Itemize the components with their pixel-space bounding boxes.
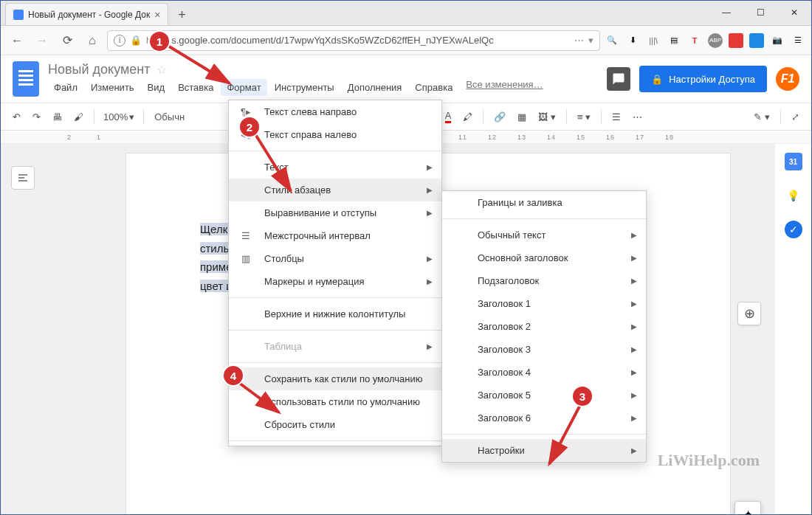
menu-use-default-styles[interactable]: Использовать стили по умолчанию (229, 390, 441, 413)
menu-rtl[interactable]: ◂¶Текст справа налево (229, 123, 441, 146)
submenu-subtitle[interactable]: Подзаголовок▶ (442, 269, 646, 292)
tab-title: Новый документ - Google Док (28, 10, 150, 20)
minimize-button[interactable]: — (709, 0, 743, 25)
add-comment-button[interactable]: ▦ (513, 108, 531, 125)
docs-header: Новый документ ☆ Файл Изменить Вид Встав… (1, 55, 811, 103)
paint-format-button[interactable]: 🖌 (69, 108, 88, 125)
align-button[interactable]: ≡ ▾ (573, 108, 595, 125)
menu-edit[interactable]: Изменить (85, 79, 140, 96)
url-text: s.google.com/document/d/17wpwYqXdsSKo5WZ… (171, 35, 493, 46)
highlight-button[interactable]: 🖍 (458, 108, 477, 125)
link-button[interactable]: 🔗 (489, 108, 510, 125)
menu-headers-footers[interactable]: Верхние и нижние колонтитулы (229, 303, 441, 325)
menu-bullets[interactable]: Маркеры и нумерация▶ (229, 270, 441, 293)
window-controls: — ☐ ✕ (709, 0, 811, 25)
add-comment-floating-button[interactable]: ⊕ (737, 302, 761, 325)
print-button[interactable]: 🖶 (48, 108, 66, 125)
comments-button[interactable] (607, 67, 630, 91)
menu-columns[interactable]: ▥Столбцы▶ (229, 247, 441, 270)
submenu-settings[interactable]: Настройки▶ (442, 439, 646, 462)
submenu-borders[interactable]: Границы и заливка (442, 191, 646, 214)
menu-ltr[interactable]: ¶▸Текст слева направо (229, 100, 441, 123)
ext-blue-icon[interactable] (749, 33, 764, 48)
text-color-button[interactable]: A (441, 107, 456, 126)
close-icon[interactable]: × (154, 9, 160, 21)
right-sidebar: 31 💡 ✓ (774, 144, 811, 515)
zoom-select[interactable]: 100% ▾ (100, 110, 137, 124)
lock-icon: 🔒 (130, 35, 142, 46)
annotation-badge-1: 1 (150, 32, 169, 51)
menu-addons[interactable]: Дополнения (342, 79, 408, 96)
docs-logo-icon[interactable] (13, 61, 39, 97)
browser-tab[interactable]: Новый документ - Google Док × (5, 3, 168, 25)
line-spacing-button[interactable]: ☰ (608, 108, 625, 125)
menu-insert[interactable]: Вставка (172, 79, 219, 96)
menu-text[interactable]: Текст▶ (229, 156, 441, 179)
menu-file[interactable]: Файл (48, 79, 83, 96)
tasks-icon[interactable]: ✓ (785, 221, 802, 238)
close-window-button[interactable]: ✕ (777, 0, 811, 25)
menu-view[interactable]: Вид (142, 79, 171, 96)
share-button[interactable]: 🔒 Настройки Доступа (639, 66, 767, 92)
menu-bar: Файл Изменить Вид Вставка Формат Инструм… (48, 79, 543, 96)
menu-help[interactable]: Справка (409, 79, 458, 96)
style-select[interactable]: Обычн (150, 110, 194, 124)
star-icon[interactable]: ☆ (156, 63, 167, 77)
url-input[interactable]: i 🔒 https s.google.com/document/d/17wpwY… (107, 30, 600, 51)
more-button[interactable]: ⋯ (628, 108, 647, 125)
library-icon[interactable]: |||\ (646, 33, 661, 48)
paragraph-styles-submenu: Границы и заливка Обычный текст▶ Основно… (441, 190, 647, 463)
forward-button[interactable]: → (32, 30, 52, 51)
search-icon[interactable]: 🔍 (605, 33, 619, 48)
address-bar: ← → ⟳ ⌂ i 🔒 https s.google.com/document/… (1, 26, 811, 55)
submenu-h1[interactable]: Заголовок 1▶ (442, 292, 646, 315)
submenu-normal[interactable]: Обычный текст▶ (442, 224, 646, 246)
f1-help-icon[interactable]: F1 (776, 67, 799, 91)
image-button[interactable]: 🖼 ▾ (534, 108, 560, 125)
reload-button[interactable]: ⟳ (57, 30, 78, 51)
redo-button[interactable]: ↷ (28, 108, 45, 125)
back-button[interactable]: ← (7, 30, 27, 51)
watermark: LiWiHelp.com (658, 451, 760, 470)
undo-button[interactable]: ↶ (8, 108, 25, 125)
document-title[interactable]: Новый документ (48, 62, 151, 77)
submenu-title[interactable]: Основной заголовок▶ (442, 246, 646, 269)
new-tab-button[interactable]: + (171, 4, 192, 25)
menu-table: Таблица▶ (229, 335, 441, 358)
reader-icon[interactable]: ▤ (667, 33, 681, 48)
menu-reset-styles[interactable]: Сбросить стили (229, 413, 441, 436)
menu-tools[interactable]: Инструменты (269, 79, 340, 96)
home-button[interactable]: ⌂ (82, 30, 103, 51)
submenu-h5[interactable]: Заголовок 5▶ (442, 384, 646, 407)
ext-red-icon[interactable] (729, 33, 743, 48)
editing-mode-button[interactable]: ✎ ▾ (749, 108, 774, 125)
ext-t-icon[interactable]: T (687, 33, 702, 48)
docs-favicon (13, 10, 24, 20)
maximize-button[interactable]: ☐ (743, 0, 777, 25)
menu-icon[interactable]: ☰ (791, 33, 805, 48)
menu-align[interactable]: Выравнивание и отступы▶ (229, 201, 441, 224)
submenu-h4[interactable]: Заголовок 4▶ (442, 361, 646, 384)
submenu-h2[interactable]: Заголовок 2▶ (442, 315, 646, 338)
menu-save-default-styles[interactable]: Сохранить как стили по умолчанию (229, 367, 441, 390)
browser-tab-strip: Новый документ - Google Док × + — ☐ ✕ (1, 1, 811, 26)
annotation-badge-3: 3 (573, 387, 592, 406)
submenu-h3[interactable]: Заголовок 3▶ (442, 338, 646, 361)
site-info-icon[interactable]: i (114, 35, 125, 46)
outline-toggle-button[interactable] (11, 166, 35, 190)
annotation-badge-4: 4 (224, 366, 243, 385)
ext-cam-icon[interactable]: 📷 (770, 33, 785, 48)
calendar-icon[interactable]: 31 (785, 153, 802, 170)
menu-paragraph-styles[interactable]: Стили абзацев▶ (229, 179, 441, 201)
explore-button[interactable]: ✦ (734, 501, 761, 515)
ext-abp-icon[interactable]: ABP (708, 33, 723, 48)
menu-format[interactable]: Формат (221, 79, 266, 96)
changes-link[interactable]: Все изменения… (466, 79, 543, 96)
annotation-badge-2: 2 (240, 117, 259, 136)
format-dropdown: ¶▸Текст слева направо ◂¶Текст справа нал… (228, 100, 442, 446)
keep-icon[interactable]: 💡 (785, 187, 802, 204)
submenu-h6[interactable]: Заголовок 6▶ (442, 407, 646, 429)
expand-button[interactable]: ⤢ (787, 108, 804, 125)
menu-line-spacing[interactable]: ☰Межстрочный интервал (229, 224, 441, 247)
download-icon[interactable]: ⬇ (625, 33, 640, 48)
